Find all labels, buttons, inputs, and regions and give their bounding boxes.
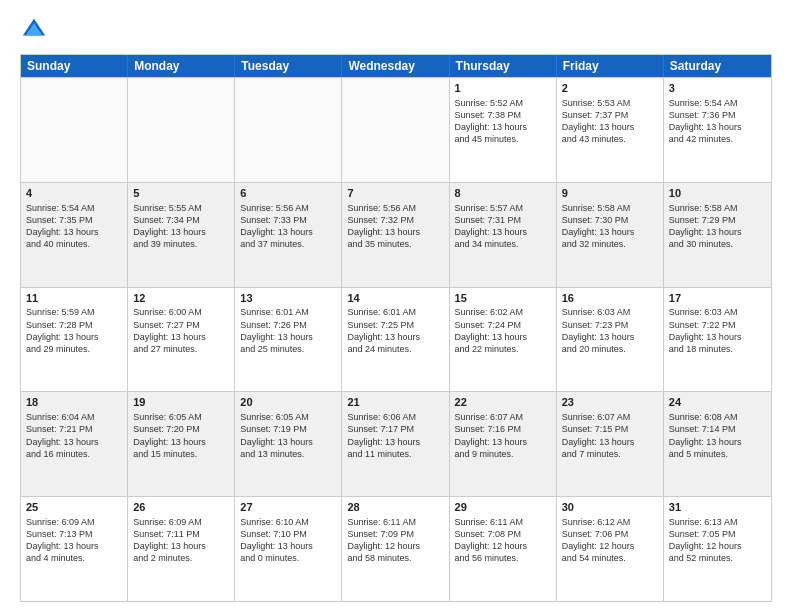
cal-cell-2: 2Sunrise: 5:53 AM Sunset: 7:37 PM Daylig… bbox=[557, 78, 664, 182]
cal-cell-23: 23Sunrise: 6:07 AM Sunset: 7:15 PM Dayli… bbox=[557, 392, 664, 496]
day-number: 13 bbox=[240, 291, 336, 306]
cell-info: Sunrise: 6:02 AM Sunset: 7:24 PM Dayligh… bbox=[455, 306, 551, 355]
cal-cell-4: 4Sunrise: 5:54 AM Sunset: 7:35 PM Daylig… bbox=[21, 183, 128, 287]
day-number: 24 bbox=[669, 395, 766, 410]
cal-cell-empty-2 bbox=[235, 78, 342, 182]
weekday-header-saturday: Saturday bbox=[664, 55, 771, 77]
day-number: 3 bbox=[669, 81, 766, 96]
cal-cell-28: 28Sunrise: 6:11 AM Sunset: 7:09 PM Dayli… bbox=[342, 497, 449, 601]
day-number: 15 bbox=[455, 291, 551, 306]
day-number: 17 bbox=[669, 291, 766, 306]
weekday-header-friday: Friday bbox=[557, 55, 664, 77]
day-number: 31 bbox=[669, 500, 766, 515]
day-number: 5 bbox=[133, 186, 229, 201]
logo-icon bbox=[20, 16, 48, 44]
cell-info: Sunrise: 6:05 AM Sunset: 7:19 PM Dayligh… bbox=[240, 411, 336, 460]
day-number: 20 bbox=[240, 395, 336, 410]
cal-cell-7: 7Sunrise: 5:56 AM Sunset: 7:32 PM Daylig… bbox=[342, 183, 449, 287]
cell-info: Sunrise: 6:00 AM Sunset: 7:27 PM Dayligh… bbox=[133, 306, 229, 355]
cal-cell-9: 9Sunrise: 5:58 AM Sunset: 7:30 PM Daylig… bbox=[557, 183, 664, 287]
cal-cell-10: 10Sunrise: 5:58 AM Sunset: 7:29 PM Dayli… bbox=[664, 183, 771, 287]
day-number: 1 bbox=[455, 81, 551, 96]
cell-info: Sunrise: 6:07 AM Sunset: 7:16 PM Dayligh… bbox=[455, 411, 551, 460]
cell-info: Sunrise: 6:13 AM Sunset: 7:05 PM Dayligh… bbox=[669, 516, 766, 565]
cell-info: Sunrise: 6:04 AM Sunset: 7:21 PM Dayligh… bbox=[26, 411, 122, 460]
day-number: 21 bbox=[347, 395, 443, 410]
cal-cell-18: 18Sunrise: 6:04 AM Sunset: 7:21 PM Dayli… bbox=[21, 392, 128, 496]
day-number: 4 bbox=[26, 186, 122, 201]
calendar-header: SundayMondayTuesdayWednesdayThursdayFrid… bbox=[21, 55, 771, 77]
cal-cell-17: 17Sunrise: 6:03 AM Sunset: 7:22 PM Dayli… bbox=[664, 288, 771, 392]
cell-info: Sunrise: 5:56 AM Sunset: 7:33 PM Dayligh… bbox=[240, 202, 336, 251]
cal-cell-30: 30Sunrise: 6:12 AM Sunset: 7:06 PM Dayli… bbox=[557, 497, 664, 601]
weekday-header-wednesday: Wednesday bbox=[342, 55, 449, 77]
cell-info: Sunrise: 6:03 AM Sunset: 7:23 PM Dayligh… bbox=[562, 306, 658, 355]
cell-info: Sunrise: 5:57 AM Sunset: 7:31 PM Dayligh… bbox=[455, 202, 551, 251]
day-number: 2 bbox=[562, 81, 658, 96]
day-number: 8 bbox=[455, 186, 551, 201]
cal-cell-21: 21Sunrise: 6:06 AM Sunset: 7:17 PM Dayli… bbox=[342, 392, 449, 496]
cell-info: Sunrise: 6:10 AM Sunset: 7:10 PM Dayligh… bbox=[240, 516, 336, 565]
weekday-header-tuesday: Tuesday bbox=[235, 55, 342, 77]
day-number: 9 bbox=[562, 186, 658, 201]
day-number: 23 bbox=[562, 395, 658, 410]
day-number: 28 bbox=[347, 500, 443, 515]
day-number: 27 bbox=[240, 500, 336, 515]
day-number: 18 bbox=[26, 395, 122, 410]
cell-info: Sunrise: 5:56 AM Sunset: 7:32 PM Dayligh… bbox=[347, 202, 443, 251]
cal-cell-24: 24Sunrise: 6:08 AM Sunset: 7:14 PM Dayli… bbox=[664, 392, 771, 496]
week-row-1: 1Sunrise: 5:52 AM Sunset: 7:38 PM Daylig… bbox=[21, 77, 771, 182]
cell-info: Sunrise: 6:08 AM Sunset: 7:14 PM Dayligh… bbox=[669, 411, 766, 460]
cal-cell-13: 13Sunrise: 6:01 AM Sunset: 7:26 PM Dayli… bbox=[235, 288, 342, 392]
weekday-header-sunday: Sunday bbox=[21, 55, 128, 77]
cal-cell-empty-0 bbox=[21, 78, 128, 182]
cell-info: Sunrise: 6:12 AM Sunset: 7:06 PM Dayligh… bbox=[562, 516, 658, 565]
cell-info: Sunrise: 6:01 AM Sunset: 7:26 PM Dayligh… bbox=[240, 306, 336, 355]
cal-cell-14: 14Sunrise: 6:01 AM Sunset: 7:25 PM Dayli… bbox=[342, 288, 449, 392]
cal-cell-8: 8Sunrise: 5:57 AM Sunset: 7:31 PM Daylig… bbox=[450, 183, 557, 287]
cal-cell-6: 6Sunrise: 5:56 AM Sunset: 7:33 PM Daylig… bbox=[235, 183, 342, 287]
cal-cell-25: 25Sunrise: 6:09 AM Sunset: 7:13 PM Dayli… bbox=[21, 497, 128, 601]
day-number: 16 bbox=[562, 291, 658, 306]
day-number: 30 bbox=[562, 500, 658, 515]
cal-cell-27: 27Sunrise: 6:10 AM Sunset: 7:10 PM Dayli… bbox=[235, 497, 342, 601]
cal-cell-5: 5Sunrise: 5:55 AM Sunset: 7:34 PM Daylig… bbox=[128, 183, 235, 287]
cal-cell-22: 22Sunrise: 6:07 AM Sunset: 7:16 PM Dayli… bbox=[450, 392, 557, 496]
cal-cell-26: 26Sunrise: 6:09 AM Sunset: 7:11 PM Dayli… bbox=[128, 497, 235, 601]
day-number: 19 bbox=[133, 395, 229, 410]
day-number: 26 bbox=[133, 500, 229, 515]
cal-cell-11: 11Sunrise: 5:59 AM Sunset: 7:28 PM Dayli… bbox=[21, 288, 128, 392]
day-number: 6 bbox=[240, 186, 336, 201]
day-number: 14 bbox=[347, 291, 443, 306]
cal-cell-19: 19Sunrise: 6:05 AM Sunset: 7:20 PM Dayli… bbox=[128, 392, 235, 496]
cal-cell-16: 16Sunrise: 6:03 AM Sunset: 7:23 PM Dayli… bbox=[557, 288, 664, 392]
cell-info: Sunrise: 5:58 AM Sunset: 7:29 PM Dayligh… bbox=[669, 202, 766, 251]
cal-cell-31: 31Sunrise: 6:13 AM Sunset: 7:05 PM Dayli… bbox=[664, 497, 771, 601]
cell-info: Sunrise: 5:54 AM Sunset: 7:36 PM Dayligh… bbox=[669, 97, 766, 146]
cell-info: Sunrise: 6:09 AM Sunset: 7:13 PM Dayligh… bbox=[26, 516, 122, 565]
header bbox=[20, 16, 772, 44]
cell-info: Sunrise: 6:03 AM Sunset: 7:22 PM Dayligh… bbox=[669, 306, 766, 355]
logo bbox=[20, 16, 52, 44]
cal-cell-1: 1Sunrise: 5:52 AM Sunset: 7:38 PM Daylig… bbox=[450, 78, 557, 182]
cell-info: Sunrise: 6:06 AM Sunset: 7:17 PM Dayligh… bbox=[347, 411, 443, 460]
week-row-4: 18Sunrise: 6:04 AM Sunset: 7:21 PM Dayli… bbox=[21, 391, 771, 496]
calendar-body: 1Sunrise: 5:52 AM Sunset: 7:38 PM Daylig… bbox=[21, 77, 771, 601]
cell-info: Sunrise: 5:59 AM Sunset: 7:28 PM Dayligh… bbox=[26, 306, 122, 355]
day-number: 12 bbox=[133, 291, 229, 306]
cal-cell-empty-1 bbox=[128, 78, 235, 182]
cal-cell-15: 15Sunrise: 6:02 AM Sunset: 7:24 PM Dayli… bbox=[450, 288, 557, 392]
cell-info: Sunrise: 6:07 AM Sunset: 7:15 PM Dayligh… bbox=[562, 411, 658, 460]
page: SundayMondayTuesdayWednesdayThursdayFrid… bbox=[0, 0, 792, 612]
cell-info: Sunrise: 5:55 AM Sunset: 7:34 PM Dayligh… bbox=[133, 202, 229, 251]
cal-cell-29: 29Sunrise: 6:11 AM Sunset: 7:08 PM Dayli… bbox=[450, 497, 557, 601]
cell-info: Sunrise: 6:05 AM Sunset: 7:20 PM Dayligh… bbox=[133, 411, 229, 460]
weekday-header-monday: Monday bbox=[128, 55, 235, 77]
cell-info: Sunrise: 5:53 AM Sunset: 7:37 PM Dayligh… bbox=[562, 97, 658, 146]
calendar: SundayMondayTuesdayWednesdayThursdayFrid… bbox=[20, 54, 772, 602]
cal-cell-empty-3 bbox=[342, 78, 449, 182]
week-row-3: 11Sunrise: 5:59 AM Sunset: 7:28 PM Dayli… bbox=[21, 287, 771, 392]
cal-cell-20: 20Sunrise: 6:05 AM Sunset: 7:19 PM Dayli… bbox=[235, 392, 342, 496]
cal-cell-12: 12Sunrise: 6:00 AM Sunset: 7:27 PM Dayli… bbox=[128, 288, 235, 392]
day-number: 11 bbox=[26, 291, 122, 306]
